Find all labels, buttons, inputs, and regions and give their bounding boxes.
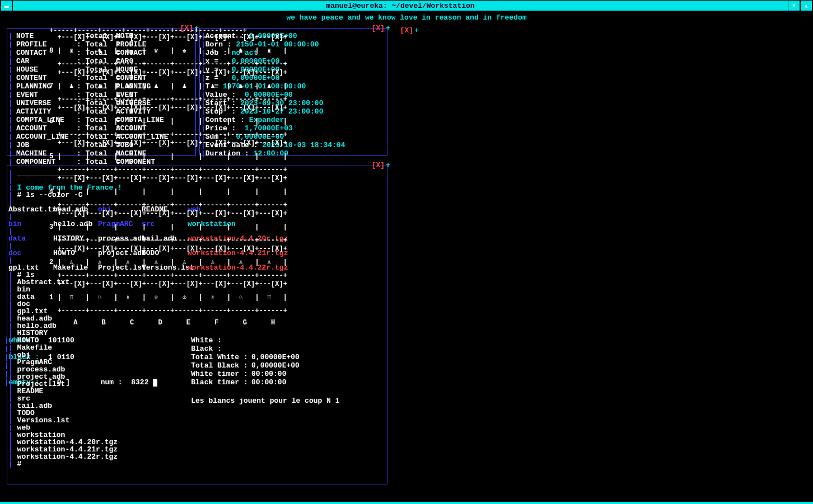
tagline: we have peace and we know love in reason… bbox=[0, 11, 813, 26]
chess-rank[interactable]: +---[X]+---[X]+---[X]+---[X]+---[X]+---[… bbox=[49, 105, 417, 140]
bottom-bar bbox=[0, 502, 813, 504]
terminal-line: | Versions.lst bbox=[8, 417, 386, 424]
chess-rank[interactable]: +---[X]+---[X]+---[X]+---[X]+---[X]+---[… bbox=[49, 140, 417, 175]
terminal-line: | src bbox=[8, 395, 386, 402]
terminal-line: | obj bbox=[8, 351, 386, 359]
window-titlebar: ▬ manuel@eureka: ~/devel/Workstation ▾ ▴ bbox=[0, 0, 813, 11]
chess-rank[interactable]: +---[X]+---[X]+---[X]+---[X]+---[X]+---[… bbox=[49, 210, 417, 246]
terminal-line: | HOWTO bbox=[8, 337, 386, 344]
close-icon[interactable]: [X] bbox=[400, 26, 413, 35]
workspace: [X] + | NOTE: Total = 0 NOTE| PROFILE: T… bbox=[0, 26, 813, 504]
window-menu-button[interactable]: ▬ bbox=[1, 1, 13, 11]
chess-rank[interactable]: +---[X]+---[X]+---[X]+---[X]+---[X]+---[… bbox=[49, 246, 417, 281]
terminal-line: | HISTORY bbox=[8, 329, 386, 337]
terminal-line: | workstation-4.4.22r.tgz bbox=[8, 453, 386, 460]
chess-board[interactable]: +-----+-----+-----+-----+-----+-----+---… bbox=[49, 27, 417, 326]
window-title: manuel@eureka: ~/devel/Workstation bbox=[13, 1, 788, 11]
terminal-line: | README bbox=[8, 388, 386, 395]
expand-icon[interactable]: + bbox=[414, 26, 419, 35]
chess-rank[interactable]: +---[X]+---[X]+---[X]+---[X]+---[X]+---[… bbox=[49, 175, 417, 210]
chess-files: A B C D E F G H bbox=[49, 319, 417, 326]
terminal-line: | # bbox=[8, 460, 386, 468]
window-max-button[interactable]: ▴ bbox=[800, 1, 812, 11]
terminal-line: | Makefile bbox=[8, 344, 386, 351]
terminal-line: | tail.adb bbox=[8, 402, 386, 409]
window-min-button[interactable]: ▾ bbox=[788, 1, 800, 11]
terminal-line: | Project.lst bbox=[8, 380, 386, 388]
chess-rank[interactable]: +---[X]+---[X]+---[X]+---[X]+---[X]+---[… bbox=[49, 34, 417, 69]
chess-rank[interactable]: +---[X]+---[X]+---[X]+---[X]+---[X]+---[… bbox=[49, 281, 417, 316]
chess-rank[interactable]: +---[X]+---[X]+---[X]+---[X]+---[X]+---[… bbox=[49, 69, 417, 105]
